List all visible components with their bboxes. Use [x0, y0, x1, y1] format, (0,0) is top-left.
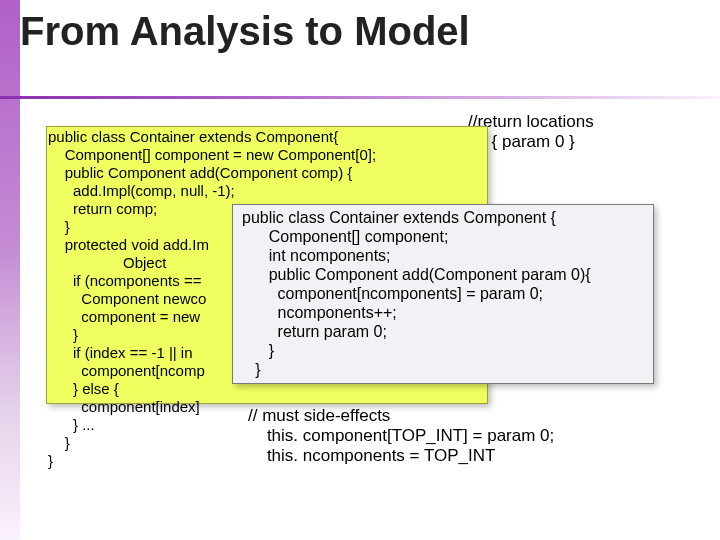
side-effects-note: // must side-effects this. component[TOP… [248, 406, 554, 466]
slide: From Analysis to Model //return location… [0, 0, 720, 540]
code-block-right: public class Container extends Component… [232, 204, 652, 383]
side-stripe [0, 0, 20, 540]
page-title: From Analysis to Model [20, 10, 700, 52]
code-block-right-wrap: public class Container extends Component… [232, 204, 652, 384]
title-underline [0, 96, 720, 99]
